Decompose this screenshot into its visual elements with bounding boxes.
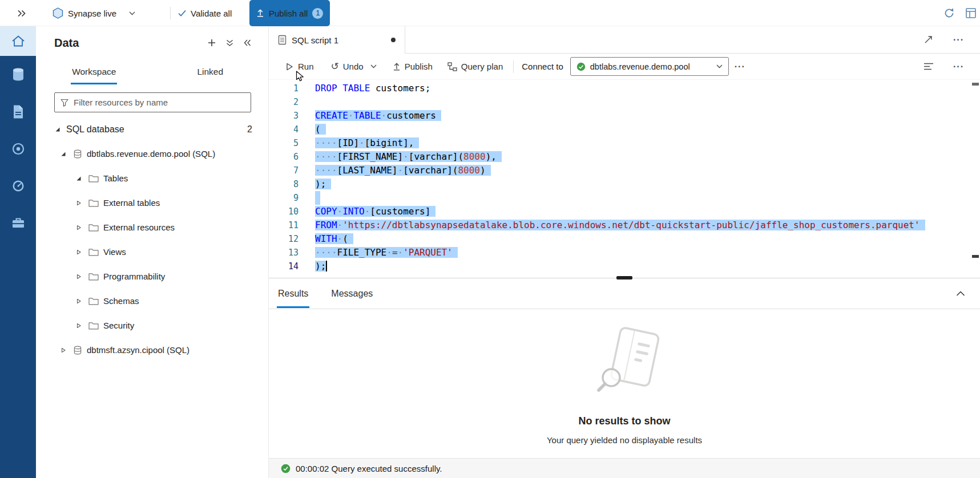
nav-manage-button[interactable] — [0, 204, 36, 241]
tree-item-sql-database[interactable]: SQL database2 — [36, 117, 268, 141]
toolbar-more-button[interactable]: ··· — [729, 62, 751, 72]
nav-data-button[interactable] — [0, 56, 36, 93]
validate-all-button[interactable]: Validate all — [178, 0, 232, 26]
resource-tree: SQL database2dbtlabs.revenue.demo.pool (… — [36, 117, 268, 362]
tab-sql-script-1[interactable]: SQL script 1 — [269, 26, 405, 54]
tab-workspace[interactable]: Workspace — [36, 59, 152, 84]
expand-arrow-icon[interactable] — [61, 347, 67, 353]
nav-develop-button[interactable] — [0, 93, 36, 130]
collapse-panel-button[interactable] — [244, 39, 251, 46]
expand-arrow-icon[interactable] — [76, 200, 83, 206]
tree-item-security[interactable]: Security — [36, 313, 268, 338]
synapse-live-selector[interactable]: Synapse live — [53, 0, 135, 26]
code-line[interactable]: 14); — [269, 260, 980, 273]
success-check-icon — [281, 464, 291, 473]
editor-more-button[interactable]: ··· — [947, 62, 970, 72]
tree-item-label: External tables — [103, 198, 160, 208]
collapse-results-button[interactable] — [956, 291, 965, 296]
collapse-arrow-icon[interactable] — [76, 176, 83, 181]
empty-results-title: No results to show — [578, 415, 670, 427]
tab-more-button[interactable]: ··· — [947, 35, 970, 45]
text-cursor — [326, 261, 327, 272]
code-line[interactable]: 5····[ID]·[bigint], — [269, 136, 980, 150]
filter-resources-input[interactable] — [74, 98, 245, 107]
code-line[interactable]: 1DROP TABLE customers; — [269, 82, 980, 95]
connect-to-label: Connect to — [522, 62, 563, 71]
code-line[interactable]: 13····FILE_TYPE·=·'PARQUET' — [269, 246, 980, 260]
code-line[interactable]: 4( — [269, 123, 980, 136]
code-line[interactable]: 2 — [269, 95, 980, 109]
view-settings-button[interactable] — [923, 62, 934, 71]
code-line[interactable]: 6····[FIRST_NAME]·[varchar](8000), — [269, 150, 980, 164]
folder-icon — [88, 224, 99, 232]
flowchart-icon — [447, 62, 457, 71]
filter-resources-box[interactable] — [54, 92, 251, 112]
tab-results[interactable]: Results — [277, 279, 309, 308]
nav-integrate-button[interactable] — [0, 130, 36, 167]
code-line[interactable]: 3CREATE·TABLE·customers — [269, 109, 980, 123]
tab-linked[interactable]: Linked — [152, 59, 269, 84]
nav-home-button[interactable] — [0, 26, 36, 56]
pool-icon — [73, 149, 82, 159]
chevron-up-icon — [956, 291, 965, 296]
lines-icon — [923, 62, 934, 71]
layout-panel-button[interactable] — [965, 0, 977, 26]
chevron-down-icon — [716, 64, 723, 68]
results-tab-bar: Results Messages — [269, 278, 980, 309]
code-line[interactable]: 7····[LAST_NAME]·[varchar](8000) — [269, 164, 980, 177]
folder-icon — [88, 297, 99, 305]
add-resource-button[interactable] — [208, 39, 216, 47]
expand-arrow-icon[interactable] — [76, 249, 83, 255]
folder-icon — [88, 322, 99, 330]
tree-item-schemas[interactable]: Schemas — [36, 289, 268, 313]
expand-arrow-icon[interactable] — [76, 323, 83, 329]
code-line[interactable]: 12WITH·( — [269, 232, 980, 246]
expand-arrow-icon[interactable] — [76, 225, 83, 230]
tree-item-dbtlabs-revenue-demo-pool-sql[interactable]: dbtlabs.revenue.demo.pool (SQL) — [36, 141, 268, 166]
sql-editor[interactable]: 1DROP TABLE customers;23CREATE·TABLE·cus… — [269, 80, 980, 278]
folder-icon — [88, 248, 99, 256]
publish-all-label: Publish all — [269, 9, 308, 18]
code-lines[interactable]: 1DROP TABLE customers;23CREATE·TABLE·cus… — [269, 82, 980, 273]
folder-icon — [88, 199, 99, 207]
tree-item-tables[interactable]: Tables — [36, 166, 268, 191]
expand-nav-button[interactable] — [17, 0, 26, 26]
tree-item-dbtmsft-azsyn-cipool-sql[interactable]: dbtmsft.azsyn.cipool (SQL) — [36, 338, 268, 362]
code-line[interactable]: 9 — [269, 191, 980, 205]
filter-icon — [61, 99, 68, 107]
data-panel: Data Workspace Linked SQL database2dbtla… — [36, 26, 269, 478]
environment-label: Synapse live — [68, 9, 116, 18]
line-number: 6 — [269, 150, 299, 164]
collapse-all-button[interactable] — [226, 39, 233, 47]
code-line[interactable]: 10COPY·INTO·[customers] — [269, 205, 980, 218]
undo-button[interactable]: ↺ Undo — [326, 58, 368, 75]
tree-item-external-tables[interactable]: External tables — [36, 191, 268, 215]
refresh-button[interactable] — [943, 0, 955, 26]
run-button[interactable]: Run — [280, 58, 318, 75]
publish-button[interactable]: Publish — [388, 58, 437, 75]
collapse-arrow-icon[interactable] — [61, 151, 67, 157]
code-line[interactable]: 8); — [269, 177, 980, 191]
query-plan-button[interactable]: Query plan — [443, 58, 507, 75]
undo-dropdown-button[interactable] — [368, 61, 379, 72]
publish-all-button[interactable]: Publish all 1 — [249, 0, 330, 26]
line-number: 4 — [269, 123, 299, 136]
tree-item-programmability[interactable]: Programmability — [36, 264, 268, 289]
tab-messages[interactable]: Messages — [330, 279, 374, 308]
script-icon — [278, 35, 287, 45]
line-number: 8 — [269, 177, 299, 191]
expand-arrow-icon[interactable] — [76, 298, 83, 304]
pool-selector[interactable]: dbtlabs.revenue.demo.pool — [570, 57, 729, 76]
expand-arrow-icon[interactable] — [76, 274, 83, 279]
collapse-arrow-icon[interactable] — [55, 127, 62, 132]
tree-item-label: Security — [103, 321, 134, 330]
tree-item-views[interactable]: Views — [36, 240, 268, 264]
expand-editor-button[interactable] — [924, 35, 933, 44]
code-line[interactable]: 11FROM·'https://dbtlabsynapsedatalake.bl… — [269, 218, 980, 232]
nav-monitor-button[interactable] — [0, 167, 36, 204]
line-number: 11 — [269, 218, 299, 232]
line-number: 5 — [269, 136, 299, 150]
line-number: 10 — [269, 205, 299, 218]
tree-item-external-resources[interactable]: External resources — [36, 215, 268, 240]
plus-icon — [208, 39, 216, 47]
